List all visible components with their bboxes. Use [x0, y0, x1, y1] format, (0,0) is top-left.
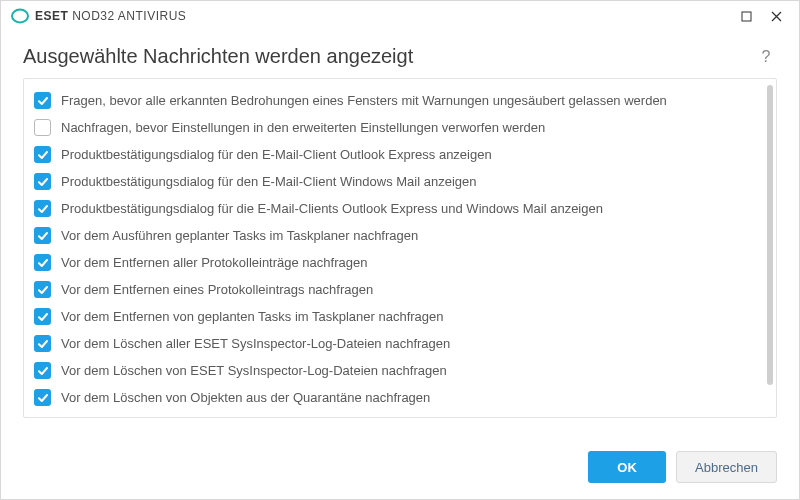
help-button[interactable]: ? [755, 46, 777, 68]
list-item-label: Fragen, bevor alle erkannten Bedrohungen… [61, 93, 667, 108]
cancel-label: Abbrechen [695, 460, 758, 475]
eset-logo-icon [11, 7, 29, 25]
list-item-label: Produktbestätigungsdialog für den E-Mail… [61, 174, 477, 189]
list-item: Produktbestätigungsdialog für die E-Mail… [32, 195, 770, 222]
list-item: Vor dem Ausführen geplanter Tasks im Tas… [32, 222, 770, 249]
checkbox[interactable] [34, 281, 51, 298]
dialog-header: Ausgewählte Nachrichten werden angezeigt… [1, 31, 799, 78]
brand-strong: ESET [35, 9, 68, 23]
list-item-label: Vor dem Entfernen von geplanten Tasks im… [61, 309, 444, 324]
list-item-label: Vor dem Löschen aller ESET SysInspector-… [61, 336, 450, 351]
help-icon: ? [762, 48, 771, 66]
list-item-label: Vor dem Entfernen eines Protokolleintrag… [61, 282, 373, 297]
ok-button[interactable]: OK [588, 451, 666, 483]
ok-label: OK [617, 460, 637, 475]
checkbox[interactable] [34, 173, 51, 190]
window-maximize-button[interactable] [731, 2, 761, 30]
dialog-window: ESET NOD32 ANTIVIRUS Ausgewählte Nachric… [0, 0, 800, 500]
checkbox[interactable] [34, 389, 51, 406]
messages-list: Fragen, bevor alle erkannten Bedrohungen… [23, 78, 777, 418]
list-item-label: Vor dem Löschen von Objekten aus der Qua… [61, 390, 430, 405]
list-item-label: Vor dem Entfernen aller Protokolleinträg… [61, 255, 367, 270]
checkbox[interactable] [34, 227, 51, 244]
svg-rect-1 [742, 12, 751, 21]
checkbox[interactable] [34, 119, 51, 136]
titlebar: ESET NOD32 ANTIVIRUS [1, 1, 799, 31]
list-item: Nachfragen, bevor Einstellungen in den e… [32, 114, 770, 141]
checkbox[interactable] [34, 146, 51, 163]
scrollbar-thumb[interactable] [767, 85, 773, 385]
list-item-label: Produktbestätigungsdialog für die E-Mail… [61, 201, 603, 216]
checkbox[interactable] [34, 200, 51, 217]
checkbox[interactable] [34, 308, 51, 325]
list-item: Vor dem Entfernen eines Protokolleintrag… [32, 276, 770, 303]
brand-rest: NOD32 ANTIVIRUS [68, 9, 186, 23]
list-item-label: Vor dem Löschen von ESET SysInspector-Lo… [61, 363, 447, 378]
cancel-button[interactable]: Abbrechen [676, 451, 777, 483]
list-item: Produktbestätigungsdialog für den E-Mail… [32, 168, 770, 195]
checkbox[interactable] [34, 254, 51, 271]
brand-text: ESET NOD32 ANTIVIRUS [35, 9, 186, 23]
window-close-button[interactable] [761, 2, 791, 30]
page-title: Ausgewählte Nachrichten werden angezeigt [23, 45, 755, 68]
list-item: Vor dem Entfernen aller Protokolleinträg… [32, 249, 770, 276]
dialog-footer: OK Abbrechen [1, 418, 799, 499]
list-item-label: Vor dem Ausführen geplanter Tasks im Tas… [61, 228, 418, 243]
list-item-label: Nachfragen, bevor Einstellungen in den e… [61, 120, 545, 135]
brand: ESET NOD32 ANTIVIRUS [11, 7, 186, 25]
svg-point-0 [12, 10, 28, 23]
list-item: Fragen, bevor alle erkannten Bedrohungen… [32, 87, 770, 114]
list-item: Produktbestätigungsdialog für den E-Mail… [32, 141, 770, 168]
list-item-label: Produktbestätigungsdialog für den E-Mail… [61, 147, 492, 162]
list-item: Vor dem Löschen von ESET SysInspector-Lo… [32, 357, 770, 384]
list-item: Vor dem Löschen von Objekten aus der Qua… [32, 384, 770, 409]
checkbox[interactable] [34, 362, 51, 379]
list-item: Vor dem Löschen aller ESET SysInspector-… [32, 330, 770, 357]
checkbox[interactable] [34, 335, 51, 352]
list-item: Vor dem Entfernen von geplanten Tasks im… [32, 303, 770, 330]
checkbox[interactable] [34, 92, 51, 109]
